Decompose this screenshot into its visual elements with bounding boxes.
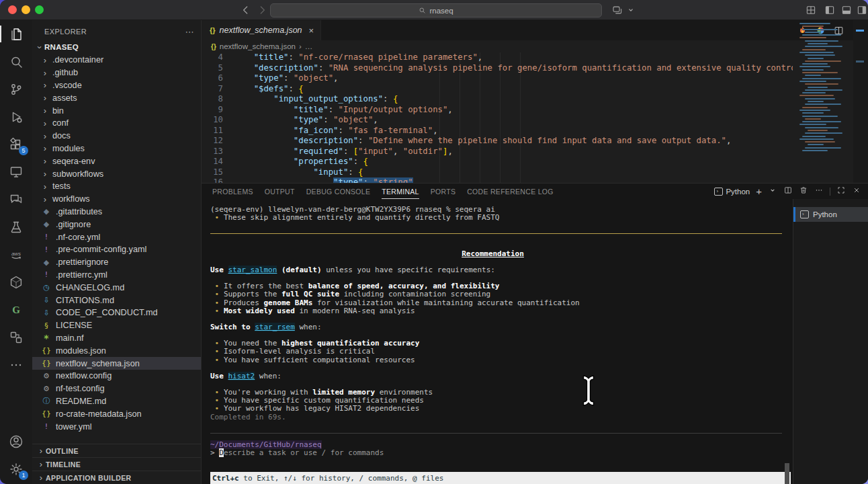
close-panel-icon[interactable] — [852, 186, 861, 198]
file-item-citations-md[interactable]: ⇩CITATIONS.md — [32, 294, 201, 307]
terminal-output[interactable]: (seqera-env) llewelyn-van-der-berg@KTW2Y… — [202, 199, 793, 484]
folder-item-assets[interactable]: ›assets — [32, 91, 201, 104]
minimap[interactable] — [797, 23, 853, 157]
activity-remote-explorer-icon[interactable] — [0, 158, 32, 186]
folder-item-workflows[interactable]: ›workflows — [32, 193, 201, 206]
zoom-window-button[interactable] — [35, 5, 44, 14]
outline-section[interactable]: ›OUTLINE — [32, 444, 201, 457]
git-file-icon: ◆ — [40, 207, 52, 216]
folder-item--github[interactable]: ›.github — [32, 67, 201, 79]
activity-aws-icon[interactable]: aws — [0, 241, 32, 268]
folder-item--devcontainer[interactable]: ›.devcontainer — [32, 54, 201, 67]
panel-tab-ports[interactable]: PORTS — [431, 188, 455, 196]
file-item-nextflow-schema-json[interactable]: {}nextflow_schema.json — [32, 357, 201, 370]
activity-package-icon[interactable] — [0, 268, 32, 296]
file-item-nextflow-config[interactable]: ⚙nextflow.config — [32, 370, 201, 382]
file-item-changelog-md[interactable]: ◷CHANGELOG.md — [32, 281, 201, 294]
new-terminal-button[interactable]: + — [756, 187, 762, 196]
file-item-license[interactable]: §LICENSE — [32, 319, 201, 332]
panel-tab-output[interactable]: OUTPUT — [265, 188, 295, 196]
panel-more-icon[interactable] — [814, 186, 824, 198]
file-item--nf-core-yml[interactable]: !.nf-core.yml — [32, 231, 201, 243]
file-item--gitattributes[interactable]: ◆.gitattributes — [32, 206, 201, 218]
file-item-readme-md[interactable]: ⓘREADME.md — [32, 395, 201, 408]
file-item-ro-crate-metadata-json[interactable]: {}ro-crate-metadata.json — [32, 407, 201, 420]
toggle-left-sidebar-icon[interactable] — [824, 4, 836, 16]
file-item--prettierrc-yml[interactable]: !.prettierrc.yml — [32, 269, 201, 282]
breadcrumb[interactable]: {} nextflow_schema.json › … — [202, 40, 868, 52]
folder-item-subworkflows[interactable]: ›subworkflows — [32, 167, 201, 180]
kill-terminal-icon[interactable] — [799, 186, 808, 198]
panel-tab-terminal[interactable]: TERMINAL — [382, 188, 419, 196]
panel-tab-problems[interactable]: PROBLEMS — [212, 188, 253, 196]
file-item--prettierignore[interactable]: ◆.prettierignore — [32, 256, 201, 269]
json-file-icon: {} — [40, 409, 52, 418]
activity-accounts-icon[interactable] — [0, 428, 32, 455]
activity-testing-icon[interactable] — [0, 213, 32, 241]
terminal-dropdown-icon[interactable] — [768, 186, 777, 198]
forward-arrow-icon[interactable] — [255, 3, 269, 17]
application-builder-section[interactable]: ›APPLICATION BUILDER — [32, 471, 201, 484]
terminal-line: • These skip alignment entirely and quan… — [210, 214, 793, 222]
file-item--gitignore[interactable]: ◆.gitignore — [32, 218, 201, 231]
toggle-panel-icon[interactable] — [840, 4, 853, 16]
toggle-right-sidebar-icon[interactable] — [856, 4, 868, 16]
terminal-profile-button[interactable]: › Python — [714, 188, 750, 196]
breadcrumb-file[interactable]: nextflow_schema.json — [220, 42, 296, 50]
activity-run-debug-icon[interactable] — [0, 103, 32, 130]
timeline-section[interactable]: ›TIMELINE — [32, 457, 201, 471]
activity-gitlens-icon[interactable]: G — [0, 296, 32, 323]
explorer-root-folder[interactable]: › RNASEQ — [32, 40, 201, 54]
activity-search-icon[interactable] — [0, 48, 32, 75]
panel-tab-debug-console[interactable]: DEBUG CONSOLE — [306, 188, 371, 196]
file-item--pre-commit-config-yaml[interactable]: !.pre-commit-config.yaml — [32, 243, 201, 256]
back-arrow-icon[interactable] — [239, 3, 253, 17]
folder-item-tests[interactable]: ›tests — [32, 180, 201, 193]
layout-grid-icon[interactable] — [805, 4, 817, 16]
file-item-code-of-conduct-md[interactable]: ⇩CODE_OF_CONDUCT.md — [32, 307, 201, 319]
minimap-row — [802, 78, 841, 79]
code-line: 5 "description": "RNA sequencing analysi… — [202, 63, 793, 74]
maximize-panel-icon[interactable] — [836, 186, 846, 198]
explorer-more-icon[interactable]: ⋯ — [185, 27, 194, 37]
panel-tab-code-reference-log[interactable]: CODE REFERENCE LOG — [467, 188, 554, 196]
file-item-nf-test-config[interactable]: ⚙nf-test.config — [32, 382, 201, 395]
folder-item--vscode[interactable]: ›.vscode — [32, 79, 201, 92]
file-label: .gitignore — [56, 220, 91, 229]
activity-settings-icon[interactable]: 1 — [0, 455, 32, 483]
minimize-window-button[interactable] — [21, 5, 30, 14]
folder-item-modules[interactable]: ›modules — [32, 143, 201, 155]
minimap-row — [805, 83, 838, 85]
minimap-row — [802, 92, 826, 93]
titlebar-search[interactable]: rnaseq — [270, 3, 602, 17]
file-item-main-nf[interactable]: *main.nf — [32, 332, 201, 345]
terminal-scrollbar[interactable] — [785, 463, 789, 484]
split-terminal-icon[interactable] — [783, 186, 793, 198]
folder-item-docs[interactable]: ›docs — [32, 130, 201, 143]
line-number: 14 — [202, 157, 223, 167]
close-tab-icon[interactable]: × — [309, 26, 314, 36]
line-number: 13 — [202, 147, 223, 157]
activity-explorer-icon[interactable] — [0, 20, 32, 48]
code-editor[interactable]: 4 "title": "nf-core/rnaseq pipeline para… — [202, 52, 793, 183]
activity-source-control-icon[interactable] — [0, 75, 32, 103]
file-item-modules-json[interactable]: {}modules.json — [32, 344, 201, 357]
chat-window-icon[interactable] — [611, 4, 623, 16]
terminal-list-item-python[interactable]: › Python — [793, 207, 868, 222]
activity-organization-icon[interactable] — [0, 323, 32, 351]
folder-item-conf[interactable]: ›conf — [32, 117, 201, 130]
folder-item-seqera-env[interactable]: ›seqera-env — [32, 155, 201, 167]
terminal-icon: › — [714, 188, 723, 196]
breadcrumb-more[interactable]: … — [305, 42, 313, 50]
chevron-down-icon[interactable] — [625, 4, 637, 16]
file-item-tower-yml[interactable]: !tower.yml — [32, 420, 201, 433]
activity-more-views-icon[interactable] — [0, 351, 32, 378]
tab-nextflow-schema[interactable]: {} nextflow_schema.json × — [202, 20, 321, 40]
activity-chat-icon[interactable] — [0, 186, 32, 213]
badge: 5 — [19, 146, 28, 155]
close-window-button[interactable] — [8, 5, 17, 14]
file-label: main.nf — [56, 333, 84, 343]
overview-ruler[interactable] — [853, 20, 868, 183]
activity-extensions-icon[interactable]: 5 — [0, 130, 32, 158]
folder-item-bin[interactable]: ›bin — [32, 104, 201, 117]
